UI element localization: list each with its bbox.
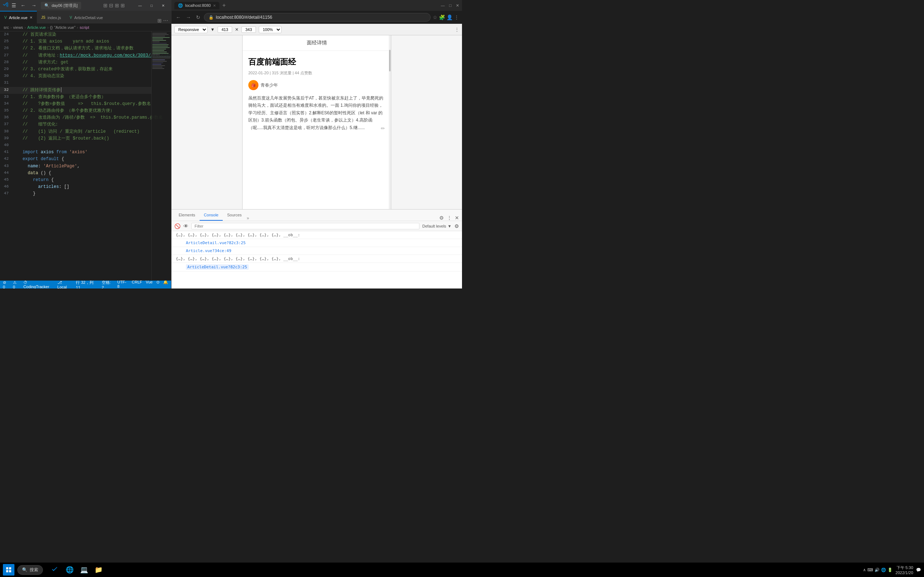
console-entries: {…}, {…}, {…}, {…}, {…}, {…}, {…}, {…}, … <box>171 231 462 272</box>
devtools-tab-actions: ⚙ ⋮ ✕ <box>439 215 459 221</box>
scrollbar-thumb[interactable] <box>389 50 391 71</box>
errors-count[interactable]: ⊘ 0 <box>3 280 10 289</box>
title-search[interactable]: 🔍 day06 [管理员] <box>41 2 81 10</box>
avatar-icon: 🎒 <box>251 83 255 87</box>
breadcrumb-src[interactable]: src <box>3 25 9 29</box>
breadcrumb-sep: › <box>24 25 26 29</box>
console-entry-3: Article.vue?34ce:49 <box>171 247 462 255</box>
search-icon: 🔍 <box>44 3 50 8</box>
statusbar-left: ⊘ 0 ⚠ 0 ⏱ CodingTracker ⎇ Local <box>3 280 72 289</box>
extension-icon[interactable]: 🧩 <box>439 15 445 20</box>
browser-forward-button[interactable]: → <box>184 14 192 21</box>
browser-addressbar: ← → ↻ 🔒 localhost:8080/#/detail/41156 ☆ … <box>171 11 462 24</box>
width-input[interactable] <box>218 26 232 33</box>
devtools-settings-icon[interactable]: ⚙ <box>439 215 444 221</box>
new-tab-button[interactable]: + <box>222 2 226 9</box>
browser-close[interactable]: ✕ <box>456 3 459 8</box>
code-line-41: 41 import axios from 'axios' <box>0 149 171 156</box>
devtools-right-actions: ⋮ <box>455 27 459 32</box>
devtools-vertical-dots-icon[interactable]: ⋮ <box>447 215 452 221</box>
console-levels-select[interactable]: Default levels ▼ <box>422 224 452 228</box>
browser-maximize[interactable]: □ <box>449 3 452 8</box>
forward-button[interactable]: → <box>30 2 38 9</box>
browser-refresh-button[interactable]: ↻ <box>195 14 202 21</box>
preview-author: 🎒 青春少年 <box>248 80 385 90</box>
warnings-count[interactable]: ⚠ 0 <box>13 280 20 289</box>
console-link-articledetail-highlight[interactable]: ArticleDetail.vue?82c3:25 <box>186 264 249 270</box>
hamburger-menu-icon[interactable]: ☰ <box>11 3 16 8</box>
console-link-article[interactable]: Article.vue?34ce:49 <box>186 248 231 253</box>
line-ending[interactable]: CRLF <box>132 280 142 289</box>
browser-tab-active[interactable]: 🌐 localhost:8080 ✕ <box>174 2 220 10</box>
breadcrumb-file[interactable]: Article.vue <box>27 25 46 29</box>
devtools-close-icon[interactable]: ✕ <box>455 215 459 221</box>
tab-article-vue[interactable]: V Article.vue ✕ <box>0 11 37 23</box>
dimension-x-label: ✕ <box>235 27 239 32</box>
cursor-position[interactable]: 行 32，列 11 <box>76 280 98 289</box>
tab-close-icon[interactable]: ✕ <box>30 16 32 19</box>
code-editor[interactable]: 24 // 首页请求渲染 25 // 1. 安装 axios yarn add … <box>0 31 171 280</box>
code-line-42: 42 export default { <box>0 156 171 163</box>
levels-dropdown-icon: ▼ <box>447 224 452 228</box>
more-actions-icon[interactable]: ⋯ <box>163 18 168 23</box>
back-button[interactable]: ← <box>19 2 27 9</box>
responsive-device-select[interactable]: Responsive <box>174 26 208 33</box>
browser-window: 🌐 localhost:8080 ✕ + — □ ✕ ← → ↻ 🔒 local… <box>171 0 462 288</box>
preview-article-title: 百度前端面经 <box>248 56 385 68</box>
tab-article-detail-vue[interactable]: V ArticleDetail.vue <box>65 11 107 23</box>
browser-window-controls: — □ ✕ <box>441 3 459 8</box>
language-mode[interactable]: Vue <box>146 280 153 289</box>
browser-tab-close-icon[interactable]: ✕ <box>213 3 216 8</box>
layout-grid-icon[interactable]: ⊞ <box>103 3 108 8</box>
console-clear-icon[interactable]: 🚫 <box>174 223 181 229</box>
layout-more-icon[interactable]: ⊞ <box>121 3 125 8</box>
more-tabs-icon[interactable]: » <box>247 216 249 221</box>
preview-article-meta: 2022-01-20 | 315 浏览量 | 44 点赞数 <box>248 70 385 76</box>
layout-columns-icon[interactable]: ⊞ <box>115 3 119 8</box>
console-filter-input[interactable] <box>191 223 419 229</box>
tab-console[interactable]: Console <box>200 210 223 221</box>
preview-scrollbar[interactable] <box>389 35 391 209</box>
maximize-button[interactable]: □ <box>147 2 157 9</box>
breadcrumb-braces[interactable]: {} <box>50 25 53 29</box>
preview-device: 面经详情 百度前端面经 2022-01-20 | 315 浏览量 | 44 点赞… <box>242 35 391 209</box>
tab-elements[interactable]: Elements <box>174 210 200 221</box>
console-settings-icon[interactable]: ⚙ <box>454 223 459 229</box>
coding-tracker[interactable]: ⏱ CodingTracker <box>23 280 54 289</box>
vue-file-icon: V <box>69 16 72 19</box>
browser-back-button[interactable]: ← <box>174 14 182 21</box>
browser-menu-icon[interactable]: ⋮ <box>454 15 459 20</box>
url-bar[interactable]: 🔒 localhost:8080/#/detail/41156 <box>204 13 431 22</box>
console-link-articledetail[interactable]: ArticleDetail.vue?82c3:25 <box>186 240 246 245</box>
browser-minimize[interactable]: — <box>441 3 445 8</box>
breadcrumb-script[interactable]: script <box>80 25 89 29</box>
code-line-27: 27 // 请求地址：https://mock.boxuegu.com/mock… <box>0 52 171 59</box>
zoom-select[interactable]: 100% <box>259 26 281 33</box>
profile-icon[interactable]: 👤 <box>446 15 452 20</box>
preview-author-name: 青春少年 <box>261 82 278 89</box>
file-encoding[interactable]: UTF-8 <box>117 280 128 289</box>
notifications-icon[interactable]: 🔔 <box>163 280 168 289</box>
edit-icon[interactable]: ✏ <box>381 126 385 131</box>
minimize-button[interactable]: — <box>135 2 145 9</box>
git-branch[interactable]: ⎇ Local <box>57 280 73 289</box>
bookmark-icon[interactable]: ☆ <box>433 15 438 20</box>
preview-content: 百度前端面经 2022-01-20 | 315 浏览量 | 44 点赞数 🎒 青… <box>242 51 391 137</box>
code-line-43: 43 name: 'ArticlePage', <box>0 163 171 170</box>
breadcrumb-views[interactable]: views <box>13 25 23 29</box>
console-eye-icon[interactable]: 👁 <box>183 223 188 229</box>
layout-split-icon[interactable]: ⊟ <box>109 3 113 8</box>
code-line-34: 34 // ?参数=参数值 => this.$route.query.参数名 <box>0 101 171 108</box>
height-input[interactable] <box>241 26 256 33</box>
console-entry-text-2: {…}, {…}, {…}, {…}, {…}, {…}, {…}, {…}, … <box>176 256 300 261</box>
tab-index-js[interactable]: JS index.js <box>37 11 65 23</box>
split-editor-icon[interactable]: ⊞ <box>157 18 162 23</box>
indentation[interactable]: 空格: 2 <box>102 280 114 289</box>
format-icon[interactable]: ⊙ <box>156 280 160 289</box>
browser-tab-title: localhost:8080 <box>185 3 211 8</box>
vscode-logo-icon <box>3 2 9 9</box>
devtools-settings-icon[interactable]: ⋮ <box>455 27 459 32</box>
close-button[interactable]: ✕ <box>158 2 168 9</box>
breadcrumb-quote[interactable]: "Article.vue" <box>54 25 76 29</box>
tab-sources[interactable]: Sources <box>223 210 246 221</box>
